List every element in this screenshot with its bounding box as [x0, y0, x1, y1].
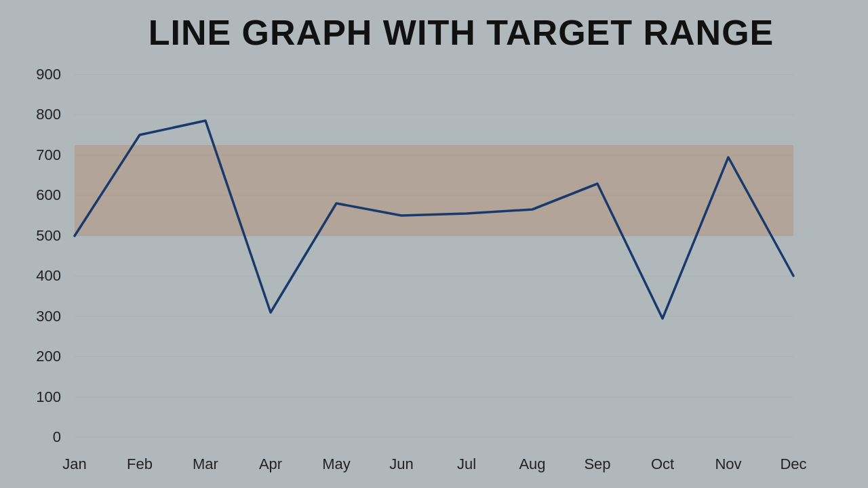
x-label-sep: Sep [584, 455, 610, 472]
x-label-oct: Oct [651, 455, 674, 472]
y-label-900: 900 [36, 66, 61, 83]
x-label-aug: Aug [519, 455, 545, 472]
y-label-800: 800 [36, 106, 61, 123]
y-label-100: 100 [36, 388, 61, 405]
y-label-200: 200 [36, 348, 61, 365]
x-label-apr: Apr [259, 455, 282, 472]
target-range-band [75, 145, 793, 236]
x-label-jan: Jan [62, 455, 86, 472]
x-label-feb: Feb [127, 455, 153, 472]
x-label-mar: Mar [193, 455, 218, 472]
x-label-nov: Nov [715, 455, 741, 472]
x-label-jul: Jul [457, 455, 476, 472]
y-label-0: 0 [53, 428, 61, 445]
y-label-600: 600 [36, 186, 61, 203]
x-label-jun: Jun [389, 455, 413, 472]
chart-container: LINE GRAPH WITH TARGET RANGE 900 800 700… [0, 0, 868, 488]
chart-svg: 900 800 700 600 500 400 300 200 100 0 [0, 0, 868, 488]
y-label-500: 500 [36, 227, 61, 244]
y-label-300: 300 [36, 308, 61, 325]
x-label-may: May [322, 455, 351, 472]
y-label-400: 400 [36, 267, 61, 284]
y-label-700: 700 [36, 146, 61, 163]
x-label-dec: Dec [780, 455, 806, 472]
